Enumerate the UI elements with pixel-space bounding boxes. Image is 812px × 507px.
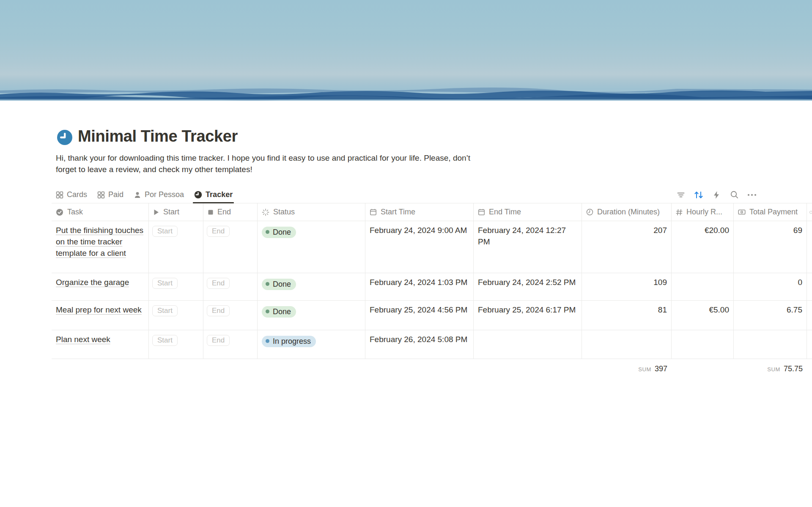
start-time-cell[interactable]: February 24, 2024 1:03 PM (365, 273, 474, 300)
tab-label: Por Pessoa (145, 190, 184, 199)
overflow-cell (807, 221, 812, 273)
tab-cards[interactable]: Cards (56, 186, 87, 203)
view-toolbar (676, 190, 812, 200)
status-badge[interactable]: Done (262, 227, 296, 238)
status-cell: Done (258, 273, 365, 300)
filter-icon[interactable] (676, 190, 686, 200)
clock-outline-icon (586, 208, 593, 216)
column-header-total-payment[interactable]: Total Payment (734, 203, 807, 221)
status-badge[interactable]: In progress (262, 336, 316, 347)
hourly-rate-cell[interactable] (672, 330, 734, 359)
overflow-cell (807, 273, 812, 300)
end-button[interactable]: End (207, 335, 230, 346)
tab-tracker[interactable]: Tracker (194, 186, 233, 203)
start-cell: Start (149, 330, 203, 359)
duration-cell[interactable]: 207 (582, 221, 672, 273)
column-label: Duration (Minutes) (597, 206, 660, 218)
hourly-rate-cell[interactable] (672, 273, 734, 300)
tab-label: Tracker (206, 190, 233, 199)
column-header-duration[interactable]: Duration (Minutes) (582, 203, 672, 221)
status-badge[interactable]: Done (262, 306, 296, 318)
more-options-icon[interactable] (747, 190, 757, 200)
start-time-cell[interactable]: February 25, 2024 4:56 PM (365, 301, 474, 330)
end-cell: End (203, 301, 258, 330)
task-title[interactable]: Put the finishing touches on the time tr… (56, 226, 143, 258)
view-tabs-bar: Cards Paid Por Pessoa (52, 186, 812, 203)
total-payment-cell[interactable]: 6.75 (734, 301, 807, 330)
notion-page: Minimal Time Tracker Hi, thank your for … (0, 0, 812, 507)
task-title[interactable]: Organize the garage (56, 278, 129, 287)
sort-icon[interactable] (694, 190, 704, 200)
column-header-hourly-rate[interactable]: Hourly R... (672, 203, 734, 221)
start-time-cell[interactable]: February 24, 2024 9:00 AM (365, 221, 474, 273)
person-icon (134, 191, 141, 199)
status-label: Done (273, 280, 291, 289)
column-header-task[interactable]: Task (52, 203, 149, 221)
search-icon[interactable] (729, 190, 739, 200)
status-label: Done (273, 307, 291, 316)
task-cell[interactable]: Put the finishing touches on the time tr… (52, 221, 149, 273)
duration-sum-value: 397 (655, 363, 667, 375)
column-label: End (217, 206, 231, 218)
column-header-end-time[interactable]: End Time (474, 203, 582, 221)
column-label: Hourly R... (686, 206, 722, 218)
total-payment-cell[interactable]: 69 (734, 221, 807, 273)
end-cell: End (203, 273, 258, 300)
table-body: Put the finishing touches on the time tr… (52, 221, 812, 359)
tab-paid[interactable]: Paid (97, 186, 123, 203)
column-header-end[interactable]: End (203, 203, 258, 221)
end-time-cell[interactable]: February 24, 2024 2:52 PM (474, 273, 582, 300)
end-time-cell[interactable]: February 24, 2024 12:27 PM (474, 221, 582, 273)
ocean-waves-graphic (0, 80, 812, 101)
end-cell: End (203, 330, 258, 359)
table-header-row: Task Start End (52, 203, 812, 221)
tab-label: Cards (67, 190, 87, 199)
end-time-cell[interactable] (474, 330, 582, 359)
task-cell[interactable]: Plan next week (52, 330, 149, 359)
calendar-icon (478, 208, 485, 216)
end-button[interactable]: End (207, 226, 230, 237)
start-button[interactable]: Start (152, 278, 178, 289)
column-header-start[interactable]: Start (149, 203, 203, 221)
table-row: Meal prep for next week Start End Done F… (52, 301, 812, 330)
start-button[interactable]: Start (152, 305, 178, 316)
end-time-cell[interactable]: February 25, 2024 6:17 PM (474, 301, 582, 330)
status-dot (266, 339, 269, 343)
overflow-cell (807, 301, 812, 330)
hourly-rate-cell[interactable]: €5.00 (672, 301, 734, 330)
table-row: Put the finishing touches on the time tr… (52, 221, 812, 273)
page-icon-clock[interactable] (57, 129, 73, 145)
hourly-rate-cell[interactable]: €20.00 (672, 221, 734, 273)
duration-cell[interactable]: 109 (582, 273, 672, 300)
column-header-start-time[interactable]: Start Time (365, 203, 474, 221)
task-cell[interactable]: Meal prep for next week (52, 301, 149, 330)
start-time-cell[interactable]: February 26, 2024 5:08 PM (365, 330, 474, 359)
task-title[interactable]: Meal prep for next week (56, 305, 142, 314)
duration-sum[interactable]: SUM 397 (582, 359, 672, 377)
start-cell: Start (149, 221, 203, 273)
status-badge[interactable]: Done (262, 279, 296, 290)
duration-cell[interactable]: 81 (582, 301, 672, 330)
end-button[interactable]: End (207, 305, 230, 316)
total-sum-value: 75.75 (784, 363, 803, 375)
start-button[interactable]: Start (152, 226, 178, 237)
tab-por-pessoa[interactable]: Por Pessoa (134, 186, 184, 203)
duration-cell[interactable] (582, 330, 672, 359)
automation-bolt-icon[interactable] (711, 190, 721, 200)
page-description: Hi, thank your for downloading this time… (56, 152, 479, 175)
task-cell[interactable]: Organize the garage (52, 273, 149, 300)
status-dot (266, 310, 269, 313)
end-button[interactable]: End (207, 278, 230, 289)
start-button[interactable]: Start (152, 335, 178, 346)
overflow-column-header (807, 203, 812, 221)
column-header-status[interactable]: Status (258, 203, 365, 221)
task-title[interactable]: Plan next week (56, 335, 110, 344)
column-label: Status (273, 206, 295, 218)
total-payment-cell[interactable] (734, 330, 807, 359)
total-payment-sum[interactable]: SUM 75.75 (734, 359, 807, 377)
status-label: In progress (273, 337, 311, 346)
column-label: Start Time (381, 206, 415, 218)
total-payment-cell[interactable]: 0 (734, 273, 807, 300)
sum-label: SUM (638, 364, 651, 375)
column-label: Task (67, 206, 83, 218)
